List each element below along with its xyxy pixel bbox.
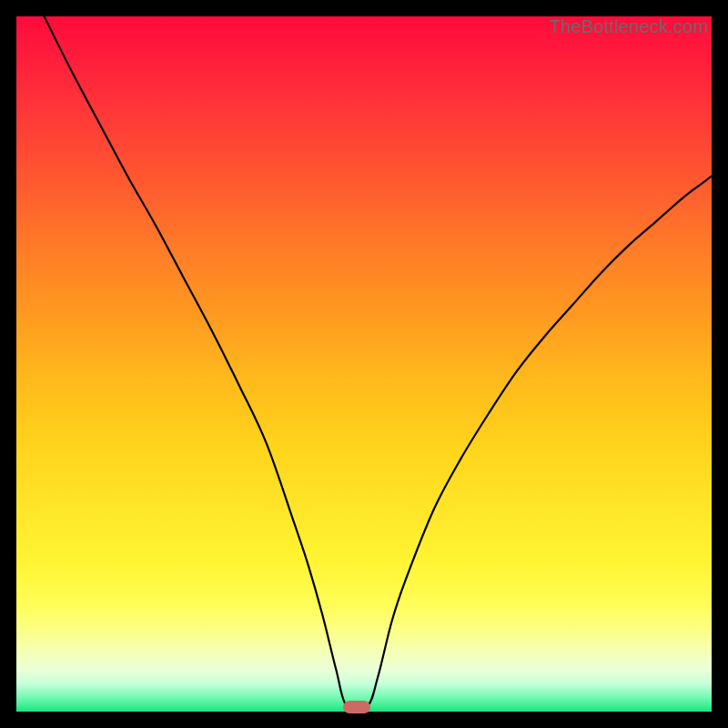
bottleneck-curve [16, 16, 712, 712]
optimum-marker [343, 701, 370, 713]
plot-area: TheBottleneck.com [16, 16, 712, 712]
watermark-text: TheBottleneck.com [549, 16, 708, 37]
chart-frame: TheBottleneck.com [0, 0, 728, 728]
